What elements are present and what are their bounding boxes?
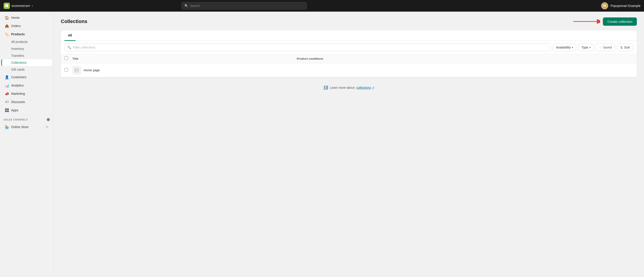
svg-rect-2: [5, 110, 7, 112]
sidebar-item-inventory[interactable]: Inventory: [1, 46, 52, 52]
saved-label: Saved: [603, 46, 612, 49]
create-collection-area: Create collection: [573, 17, 637, 26]
collections-link-text: collections: [356, 86, 371, 90]
avatar: PE: [601, 2, 608, 10]
sidebar-label-apps: Apps: [11, 108, 18, 112]
sort-button[interactable]: ⇅ Sort: [617, 44, 633, 51]
sidebar-item-gift-cards[interactable]: Gift cards: [1, 66, 52, 73]
sidebar-label-marketing: Marketing: [11, 92, 25, 96]
type-filter-button[interactable]: Type ▾: [578, 44, 594, 51]
collections-tabs: All: [61, 30, 637, 41]
filters-bar: 🔍 Availability ▾ Type ▾ ☆ Saved ⇅ So: [61, 41, 637, 54]
availability-label: Availability: [556, 46, 571, 49]
info-icon: ℹ️: [324, 86, 328, 90]
shopify-logo: [4, 3, 10, 9]
sub-label-inventory: Inventory: [11, 47, 24, 50]
star-icon: ☆: [599, 46, 602, 49]
collections-link[interactable]: collections ↗: [356, 86, 374, 90]
svg-rect-1: [7, 108, 9, 110]
table-row[interactable]: Home page: [61, 63, 637, 77]
sidebar-item-collections[interactable]: Collections: [1, 59, 52, 66]
svg-point-7: [76, 69, 76, 70]
column-title: Title: [72, 57, 297, 60]
collection-title: Home page: [84, 68, 304, 72]
sidebar-item-analytics[interactable]: 📊 Analytics: [1, 82, 52, 90]
sidebar-item-apps[interactable]: Apps: [1, 106, 52, 114]
sidebar-item-orders[interactable]: 📥 Orders: [1, 22, 52, 30]
user-menu[interactable]: PE Popupsmart Example: [601, 2, 640, 10]
sidebar-label-home: Home: [11, 16, 20, 20]
availability-filter-button[interactable]: Availability ▾: [552, 44, 576, 51]
filter-search-container[interactable]: 🔍: [64, 44, 551, 51]
sidebar: 🏠 Home 📥 Orders 🏷️ Products All products…: [0, 12, 54, 277]
sidebar-label-orders: Orders: [11, 24, 21, 28]
external-link-icon: ↗: [372, 86, 374, 89]
main-content: Collections Create collection All: [54, 12, 644, 277]
sub-label-transfers: Transfers: [11, 54, 24, 58]
availability-chevron-icon: ▾: [572, 46, 573, 49]
sidebar-item-online-store[interactable]: 🏪 Online Store 👁: [1, 123, 52, 131]
filter-collections-input[interactable]: [73, 46, 548, 49]
search-icon: 🔍: [184, 4, 188, 8]
type-chevron-icon: ▾: [590, 46, 590, 49]
sidebar-item-all-products[interactable]: All products: [1, 38, 52, 45]
row-checkbox-container[interactable]: [64, 68, 72, 72]
store-chevron-icon: ▾: [32, 5, 33, 7]
orders-icon: 📥: [5, 24, 9, 28]
products-icon: 🏷️: [5, 32, 9, 36]
annotation-arrow-icon: [573, 17, 600, 26]
sort-icon: ⇅: [620, 46, 623, 49]
apps-icon: [5, 108, 9, 112]
sidebar-label-discounts: Discounts: [11, 100, 25, 104]
sidebar-label-products: Products: [11, 32, 25, 36]
global-search[interactable]: 🔍: [182, 2, 307, 10]
sales-channels-section-title: SALES CHANNELS ⊕: [0, 114, 54, 123]
sidebar-item-transfers[interactable]: Transfers: [1, 52, 52, 59]
sidebar-item-customers[interactable]: 👤 Customers: [1, 73, 52, 81]
store-name: ecommercerr: [12, 4, 30, 8]
discounts-icon: 🏷: [5, 100, 9, 104]
sidebar-label-customers: Customers: [11, 75, 26, 79]
home-icon: 🏠: [5, 16, 9, 20]
saved-filter-button[interactable]: ☆ Saved: [596, 44, 616, 51]
row-checkbox[interactable]: [64, 68, 68, 72]
marketing-icon: 📣: [5, 92, 9, 96]
page-header: Collections Create collection: [61, 17, 637, 26]
visibility-toggle-icon[interactable]: 👁: [46, 125, 48, 129]
type-label: Type: [582, 46, 588, 49]
search-input[interactable]: [190, 4, 304, 8]
online-store-label: Online Store: [11, 125, 28, 129]
page-title: Collections: [61, 18, 88, 24]
customers-icon: 👤: [5, 75, 9, 79]
table-header: Title Product conditions: [61, 54, 637, 63]
tab-all[interactable]: All: [64, 30, 76, 41]
add-sales-channel-button[interactable]: ⊕: [46, 117, 50, 122]
analytics-icon: 📊: [5, 84, 9, 88]
sub-label-gift-cards: Gift cards: [11, 68, 24, 71]
svg-rect-0: [5, 108, 7, 110]
sidebar-item-marketing[interactable]: 📣 Marketing: [1, 90, 52, 98]
sidebar-item-products[interactable]: 🏷️ Products: [1, 30, 52, 38]
select-all-container[interactable]: [64, 56, 72, 61]
svg-rect-3: [7, 110, 9, 112]
create-collection-button[interactable]: Create collection: [603, 18, 637, 26]
top-navigation: ecommercerr ▾ 🔍 PE Popupsmart Example: [0, 0, 644, 12]
select-all-checkbox[interactable]: [64, 56, 68, 60]
learn-more-section: ℹ️ Learn more about collections ↗: [61, 77, 637, 98]
store-selector[interactable]: ecommercerr ▾: [4, 3, 33, 9]
collections-card: All 🔍 Availability ▾ Type ▾ ☆ Sav: [61, 30, 637, 77]
learn-more-text: Learn more about: [330, 86, 355, 90]
sub-label-collections: Collections: [11, 61, 26, 64]
sidebar-label-analytics: Analytics: [11, 84, 24, 87]
online-store-icon: 🏪: [5, 125, 9, 129]
user-name: Popupsmart Example: [610, 4, 640, 8]
column-conditions: Product conditions: [297, 57, 633, 60]
sort-label: Sort: [624, 46, 630, 49]
collection-thumbnail: [72, 66, 81, 74]
sidebar-item-home[interactable]: 🏠 Home: [1, 14, 52, 22]
products-sub-menu: All products Inventory Transfers Collect…: [0, 38, 54, 73]
sales-channels-label: SALES CHANNELS: [4, 118, 28, 121]
sub-label-all-products: All products: [11, 40, 28, 44]
sidebar-item-discounts[interactable]: 🏷 Discounts: [1, 98, 52, 106]
filter-search-icon: 🔍: [67, 46, 71, 49]
